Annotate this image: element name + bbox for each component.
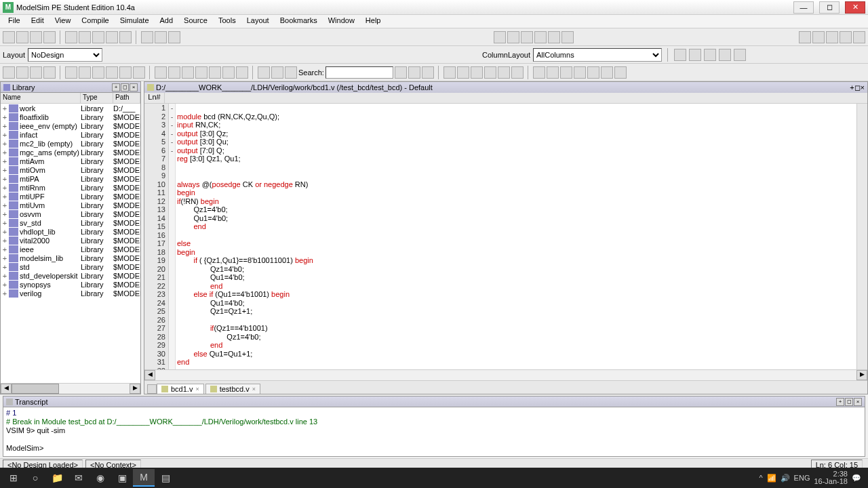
cut-icon[interactable]	[65, 31, 77, 43]
nav7-icon[interactable]	[236, 66, 248, 79]
editor-close-icon[interactable]: ×	[861, 83, 865, 92]
library-row[interactable]: +mtiUvmLibrary$MODEL	[1, 201, 140, 209]
paste-icon[interactable]	[92, 31, 104, 43]
tool-b-icon[interactable]	[507, 31, 519, 43]
app1-icon[interactable]: ▣	[111, 469, 133, 487]
nav5-icon[interactable]	[209, 66, 221, 79]
x2-icon[interactable]	[16, 66, 28, 79]
library-row[interactable]: +ieeeLibrary$MODEL	[1, 245, 140, 253]
bp1-icon[interactable]	[258, 66, 270, 79]
library-row[interactable]: +mtiRnmLibrary$MODEL	[1, 183, 140, 192]
expand-icon[interactable]: +	[1, 131, 9, 139]
ed-scroll-left-icon[interactable]: ◀	[144, 370, 155, 380]
expand-icon[interactable]: +	[1, 254, 9, 262]
step5-icon[interactable]	[133, 66, 145, 79]
tr-max-icon[interactable]: ◻	[845, 398, 853, 406]
tab-close-icon[interactable]: ×	[252, 386, 256, 392]
expand-icon[interactable]: +	[1, 263, 9, 271]
zoom-out-icon[interactable]	[457, 66, 469, 79]
tray-up-icon[interactable]: ^	[759, 474, 762, 482]
menu-source[interactable]: Source	[178, 15, 213, 28]
menu-edit[interactable]: Edit	[26, 15, 50, 28]
col-name[interactable]: Name	[1, 93, 81, 103]
scroll-left-icon[interactable]: ◀	[1, 384, 12, 394]
view3-icon[interactable]	[560, 66, 572, 79]
x1-icon[interactable]	[3, 66, 15, 79]
library-row[interactable]: +infactLibrary$MODEL	[1, 130, 140, 139]
cursor-icon[interactable]	[65, 66, 77, 79]
wave-a-icon[interactable]	[799, 31, 811, 43]
col-d-icon[interactable]	[719, 49, 731, 61]
library-row[interactable]: +mc2_lib (empty)Library$MODEL	[1, 139, 140, 148]
ed-scroll-right-icon[interactable]: ▶	[856, 370, 867, 380]
view5-icon[interactable]	[587, 66, 599, 79]
library-row[interactable]: +mtiOvmLibrary$MODEL	[1, 165, 140, 174]
editor-max-icon[interactable]: ◻	[854, 83, 861, 92]
tab-testbcd-v[interactable]: testbcd.v×	[205, 384, 260, 394]
menu-layout[interactable]: Layout	[241, 15, 275, 28]
find-prev-icon[interactable]	[422, 66, 434, 79]
tray-lang[interactable]: ENG	[794, 474, 810, 482]
expand-icon[interactable]: +	[1, 228, 9, 236]
mail-icon[interactable]: ✉	[68, 469, 90, 487]
break-icon[interactable]	[168, 31, 180, 43]
compile-icon[interactable]	[141, 31, 153, 43]
scroll-right-icon[interactable]: ▶	[130, 384, 140, 394]
expand-icon[interactable]: +	[1, 104, 9, 113]
close-button[interactable]: ✕	[845, 1, 865, 14]
layout-select[interactable]: NoDesign	[28, 48, 102, 62]
panel-max-icon[interactable]: ◻	[121, 83, 129, 92]
expand-icon[interactable]: +	[1, 245, 9, 253]
column-layout-select[interactable]: AllColumns	[533, 48, 662, 62]
expand-icon[interactable]: +	[1, 157, 9, 165]
library-row[interactable]: +ieee_env (empty)Library$MODEL	[1, 121, 140, 130]
app2-icon[interactable]: ▤	[155, 469, 176, 487]
scroll-thumb[interactable]	[12, 384, 59, 394]
menu-file[interactable]: File	[3, 15, 26, 28]
expand-icon[interactable]: +	[1, 201, 9, 209]
minimize-button[interactable]: —	[793, 1, 814, 14]
maximize-button[interactable]: ◻	[819, 1, 840, 14]
bp3-icon[interactable]	[285, 66, 297, 79]
tray-clock[interactable]: 2:38 16-Jan-18	[814, 470, 848, 485]
col-a-icon[interactable]	[674, 49, 686, 61]
chrome-icon[interactable]: ◉	[90, 469, 111, 487]
wave-d-icon[interactable]	[840, 31, 852, 43]
menu-add[interactable]: Add	[155, 15, 179, 28]
menu-simulate[interactable]: Simulate	[115, 15, 155, 28]
zoom-b-icon[interactable]	[511, 66, 524, 79]
search-task-icon[interactable]: ○	[24, 469, 46, 487]
tab-bcd1-v[interactable]: bcd1.v×	[157, 384, 204, 394]
menu-bookmarks[interactable]: Bookmarks	[275, 15, 323, 28]
view6-icon[interactable]	[601, 66, 613, 79]
editor-hscroll[interactable]: ◀ ▶	[144, 369, 867, 380]
bp2-icon[interactable]	[271, 66, 283, 79]
expand-icon[interactable]: +	[1, 113, 9, 121]
editor-vscroll[interactable]	[856, 104, 867, 369]
redo-icon[interactable]	[119, 31, 132, 43]
col-b-icon[interactable]	[689, 49, 701, 61]
find-next-icon[interactable]	[408, 66, 420, 79]
step2-icon[interactable]	[92, 66, 104, 79]
library-row[interactable]: +sv_stdLibrary$MODEL	[1, 218, 140, 227]
library-row[interactable]: +vhdlopt_libLibrary$MODEL	[1, 227, 140, 236]
copy-icon[interactable]	[79, 31, 91, 43]
tool-all-icon[interactable]	[548, 31, 560, 43]
expand-icon[interactable]: +	[1, 192, 9, 201]
zoom-in-icon[interactable]	[443, 66, 456, 79]
step-icon[interactable]	[79, 66, 91, 79]
library-row[interactable]: +synopsysLibrary$MODEL	[1, 280, 140, 289]
library-hscroll[interactable]: ◀ ▶	[1, 383, 140, 394]
explorer-icon[interactable]: 📁	[46, 469, 68, 487]
tr-pin-icon[interactable]: +	[836, 398, 844, 406]
library-row[interactable]: +mtiAvmLibrary$MODEL	[1, 157, 140, 165]
expand-icon[interactable]: +	[1, 237, 9, 245]
x4-icon[interactable]	[43, 66, 56, 79]
expand-icon[interactable]: +	[1, 281, 9, 289]
expand-icon[interactable]: +	[1, 166, 9, 174]
tool-e-icon[interactable]	[561, 31, 574, 43]
view2-icon[interactable]	[547, 66, 559, 79]
panel-close-icon[interactable]: ×	[130, 83, 138, 92]
expand-icon[interactable]: +	[1, 175, 9, 183]
wave-c-icon[interactable]	[826, 31, 838, 43]
